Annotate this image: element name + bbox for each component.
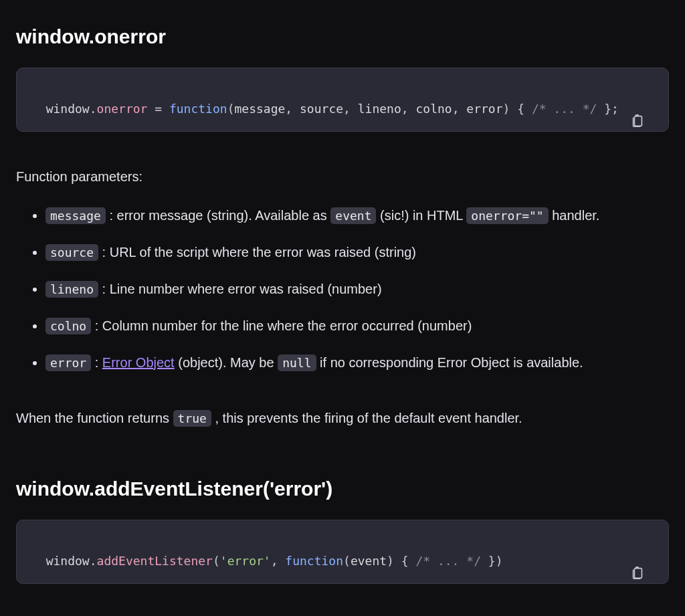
code-token: /* ... */ (532, 102, 597, 116)
param-text: if no corresponding Error Object is avai… (316, 355, 583, 370)
copy-icon[interactable] (630, 530, 659, 616)
param-text: : error message (string). Available as (106, 208, 330, 223)
inline-code-onerror-attr: onerror="" (466, 207, 548, 224)
text: , this prevents the firing of the defaul… (211, 411, 522, 425)
code-token: }) (481, 554, 503, 568)
function-parameters-label: Function parameters: (16, 167, 669, 187)
param-text: (sic!) in HTML (376, 208, 466, 223)
list-item: message : error message (string). Availa… (45, 205, 669, 226)
code-token: ( (227, 102, 235, 116)
code-token: ) (503, 102, 510, 116)
code-token: message (234, 102, 285, 116)
code-token: colno (415, 102, 452, 116)
code-token: error (466, 102, 502, 116)
param-text: : URL of the script where the error was … (98, 245, 416, 260)
code-token: . (90, 102, 97, 116)
heading-window-onerror: window.onerror (16, 21, 669, 52)
svg-rect-1 (634, 569, 642, 579)
code-token: , (401, 102, 416, 116)
param-text: : Line number where error was raised (nu… (98, 282, 382, 296)
code-token: , (343, 102, 358, 116)
code-token: , (271, 554, 286, 568)
inline-code-true: true (173, 410, 211, 427)
code-token: lineno (358, 102, 401, 116)
code-token: window (46, 102, 90, 116)
param-text: (object). May be (175, 355, 278, 370)
code-token: . (90, 554, 97, 568)
code-token: window (46, 554, 90, 568)
link-error-object[interactable]: Error Object (102, 355, 175, 370)
inline-code-event: event (330, 207, 376, 224)
parameter-list: message : error message (string). Availa… (45, 205, 669, 373)
code-token: source (300, 102, 343, 116)
list-item: colno : Column number for the line where… (45, 316, 669, 336)
code-token: ( (343, 554, 351, 568)
code-block-addeventlistener: window.addEventListener('error', functio… (16, 520, 669, 584)
code-token: ) (387, 554, 394, 568)
inline-code-null: null (278, 354, 316, 371)
code-token: /* ... */ (415, 554, 481, 568)
svg-rect-0 (634, 116, 642, 126)
list-item: lineno : Line number where error was rai… (45, 279, 669, 300)
list-item: error : Error Object (object). May be nu… (45, 352, 669, 373)
code-token: addEventListener (97, 554, 213, 568)
code-token: 'error' (220, 554, 271, 568)
param-text: handler. (549, 208, 600, 223)
code-token: onerror (97, 102, 148, 116)
return-note: When the function returns true , this pr… (16, 408, 669, 428)
param-code-lineno: lineno (45, 281, 98, 298)
param-code-message: message (45, 207, 106, 224)
param-text: : (91, 355, 102, 370)
param-code-colno: colno (45, 318, 91, 334)
list-item: source : URL of the script where the err… (45, 242, 669, 263)
code-token: { (510, 102, 532, 116)
param-text: : Column number for the line where the e… (91, 318, 472, 333)
code-token: function (169, 102, 227, 116)
code-token: }; (597, 102, 619, 116)
heading-addeventlistener-error: window.addEventListener('error') (16, 474, 669, 504)
code-token: = (147, 102, 169, 116)
code-token: , (285, 102, 300, 116)
code-token: ( (213, 554, 220, 568)
code-block-onerror: window.onerror = function(message, sourc… (16, 68, 669, 132)
code-token: , (452, 102, 467, 116)
copy-icon[interactable] (630, 78, 659, 165)
param-code-source: source (45, 244, 98, 261)
code-token: { (394, 554, 416, 568)
param-code-error: error (45, 354, 91, 371)
code-token: event (351, 554, 387, 568)
code-token: function (285, 554, 343, 568)
text: When the function returns (16, 411, 173, 425)
